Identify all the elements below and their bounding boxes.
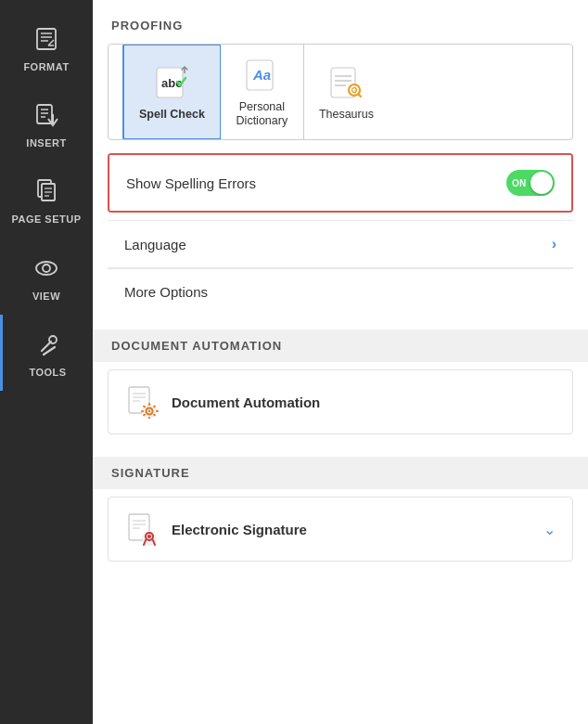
pagesetup-icon [30, 175, 63, 208]
electronic-signature-icon [125, 512, 159, 546]
personal-dictionary-button[interactable]: Aa PersonalDictionary [221, 45, 304, 139]
spell-check-icon: abc [152, 63, 191, 102]
document-automation-header: DOCUMENT AUTOMATION [93, 330, 588, 362]
sidebar-item-format[interactable]: FORMAT [0, 9, 93, 85]
svg-point-39 [148, 410, 150, 412]
signature-section: SIGNATURE [93, 457, 588, 569]
proofing-header: PROOFING [93, 0, 588, 44]
toggle-knob [530, 172, 553, 194]
sidebar-item-insert[interactable]: INSERT [0, 85, 93, 162]
personal-dictionary-icon: Aa [242, 56, 281, 95]
sidebar-item-page-setup[interactable]: PAGE SETUP [0, 162, 93, 239]
show-spelling-errors-toggle[interactable]: ON [506, 170, 555, 196]
show-spelling-errors-container: Show Spelling Errors ON [108, 153, 573, 213]
insert-icon [30, 98, 63, 132]
personal-dictionary-label: PersonalDictionary [236, 100, 288, 128]
thesaurus-label: Thesaurus [319, 108, 374, 121]
svg-line-4 [48, 40, 54, 45]
svg-rect-26 [331, 68, 355, 97]
electronic-signature-chevron-icon: ⌄ [543, 521, 556, 538]
svg-rect-41 [148, 417, 150, 419]
signature-header: SIGNATURE [93, 457, 588, 489]
svg-line-32 [359, 95, 362, 97]
more-options-label: More Options [124, 284, 208, 300]
svg-point-54 [147, 535, 151, 538]
sidebar-item-tools[interactable]: TOOLS [0, 315, 93, 391]
proofing-section: PROOFING abc Spell Check [93, 0, 588, 315]
document-automation-row[interactable]: Document Automation [108, 369, 573, 434]
spell-check-button[interactable]: abc Spell Check [122, 44, 222, 140]
sidebar: FORMAT INSERT PA [0, 0, 93, 724]
svg-point-19 [49, 336, 57, 343]
proofing-toolbar: abc Spell Check Aa Person [108, 44, 573, 140]
sig-left: Electronic Signature [125, 512, 307, 546]
document-automation-section: DOCUMENT AUTOMATION [93, 330, 588, 442]
svg-point-18 [43, 265, 50, 272]
sidebar-item-label: PAGE SETUP [11, 213, 81, 226]
thesaurus-button[interactable]: Thesaurus [304, 45, 389, 139]
main-panel: PROOFING abc Spell Check [93, 0, 588, 724]
sidebar-item-label: INSERT [26, 137, 66, 149]
sidebar-item-label: VIEW [32, 291, 60, 302]
sidebar-item-label: FORMAT [23, 61, 69, 72]
svg-rect-42 [141, 410, 144, 412]
language-row[interactable]: Language › [108, 221, 573, 268]
toggle-on-label: ON [512, 178, 527, 188]
show-spelling-errors-label: Show Spelling Errors [126, 175, 256, 191]
sidebar-item-view[interactable]: VIEW [0, 239, 93, 315]
sidebar-item-label: TOOLS [29, 367, 66, 378]
document-automation-icon [125, 385, 159, 419]
show-spelling-errors-row[interactable]: Show Spelling Errors ON [109, 155, 571, 211]
spell-check-label: Spell Check [139, 108, 205, 122]
electronic-signature-label: Electronic Signature [172, 522, 307, 537]
more-options-row[interactable]: More Options [108, 269, 573, 315]
electronic-signature-row[interactable]: Electronic Signature ⌄ [108, 497, 573, 562]
language-chevron-icon: › [552, 236, 556, 252]
document-automation-label: Document Automation [172, 394, 320, 410]
svg-rect-40 [148, 403, 150, 406]
tools-icon [32, 328, 65, 361]
svg-text:Aa: Aa [252, 67, 271, 83]
thesaurus-icon [326, 63, 365, 102]
view-icon [30, 252, 63, 285]
svg-rect-43 [156, 410, 159, 412]
format-icon [30, 22, 63, 56]
language-label: Language [124, 237, 186, 252]
